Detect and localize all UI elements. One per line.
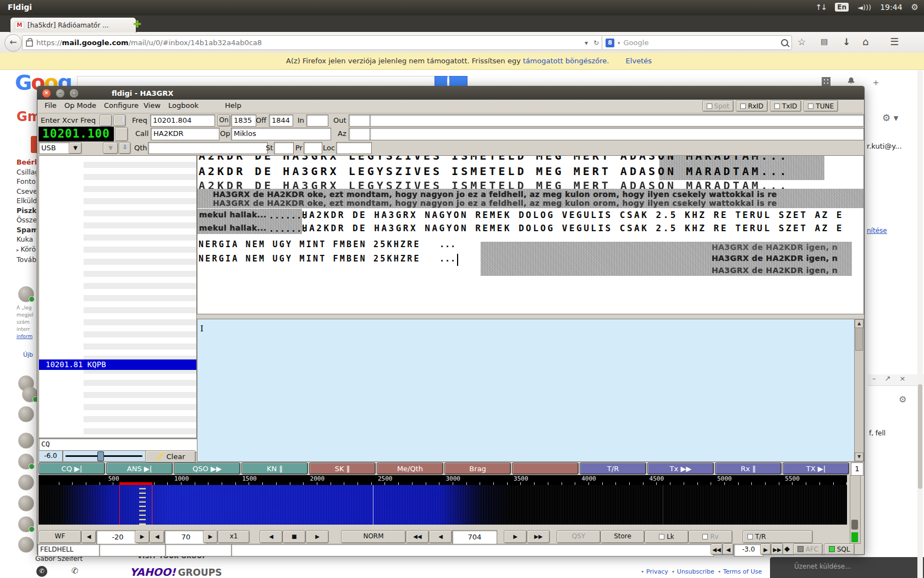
rst-out-field[interactable] (349, 114, 372, 127)
az-field[interactable] (349, 128, 372, 140)
reverse-button[interactable]: Rv (689, 530, 733, 543)
op-field[interactable]: Miklos (231, 128, 331, 140)
window-minimize-button[interactable]: – (56, 89, 65, 98)
toggle-button[interactable]: TUNE (804, 100, 838, 112)
footer-link[interactable]: Terms of Use (718, 568, 762, 575)
avatar[interactable] (18, 516, 34, 532)
notifications-bell-icon[interactable]: 🔔︎ (847, 76, 855, 86)
compose-button-sliver[interactable] (31, 136, 37, 153)
avatar[interactable] (18, 454, 34, 470)
cursor-freq-value[interactable]: 704 (452, 530, 497, 546)
call-icon[interactable]: ✆ (36, 566, 47, 577)
scroll-down-icon[interactable]: ▼ (855, 452, 864, 461)
menu-opmode[interactable]: Op Mode (64, 101, 96, 110)
browser-tab[interactable]: M [ha5kdr] Rádióamatőr ... (10, 17, 136, 32)
center-button[interactable]: ■ (283, 530, 306, 543)
footer-link[interactable]: Unsubscribe (672, 568, 714, 575)
minimize-icon[interactable]: – (872, 374, 876, 385)
sidebar-label[interactable]: Körök (16, 244, 36, 255)
slider-handle[interactable] (851, 520, 858, 530)
clear-channels-button[interactable]: Clear (145, 450, 196, 463)
tx-scrollbar[interactable]: ▲ ▼ (854, 319, 864, 462)
wf-mode-button[interactable]: WF (38, 530, 81, 543)
phone-icon[interactable]: ✆ (72, 566, 79, 576)
avatar[interactable] (18, 406, 34, 422)
ampl-value[interactable]: -20 (96, 530, 139, 546)
url-dropdown-icon[interactable]: ▾ (585, 39, 588, 47)
toggle-button[interactable]: RxID (736, 100, 768, 112)
sidebar-label[interactable]: Csillag (16, 167, 36, 177)
new-tab-button[interactable]: ✚ (133, 20, 141, 29)
macro-button[interactable]: KN ‖ (241, 462, 308, 475)
scroll-up-icon[interactable]: ▲ (855, 319, 864, 328)
wf-speed-button[interactable]: NORM (341, 530, 406, 543)
menu-help[interactable]: Help (225, 101, 241, 110)
macro-button[interactable]: T/R (580, 462, 646, 475)
sql-button[interactable]: SQL (824, 543, 855, 555)
window-close-button[interactable]: ✕ (42, 89, 51, 98)
zoom-button[interactable]: x1 (218, 530, 250, 543)
macro-button[interactable]: Brag (444, 462, 511, 475)
macro-button[interactable]: Tx ▶▶ (647, 462, 714, 475)
clear-qso-button[interactable] (115, 127, 128, 141)
bookmark-star-icon[interactable]: ☆ (798, 36, 806, 47)
afc-step-up-fast-button[interactable]: ▶▶ (771, 543, 783, 555)
fldigi-titlebar[interactable]: ✕ – ▢ fldigi - HA3GRX (37, 86, 864, 100)
macro-button[interactable]: TX ▶| (783, 462, 849, 475)
mode-select[interactable]: USB (38, 142, 72, 154)
avatar[interactable] (18, 537, 34, 553)
macro-button[interactable]: ANS ▶| (106, 462, 173, 475)
macro-bank-button[interactable]: 1 (851, 462, 864, 476)
toggle-button[interactable]: TxID (770, 100, 801, 112)
gmail-settings-gear-icon[interactable]: ⚙ ▾ (882, 112, 898, 123)
back-button[interactable]: ← (4, 34, 22, 52)
search-box[interactable]: 8 ▾ Google (602, 35, 792, 50)
range-down-button[interactable]: ◀ (150, 530, 164, 543)
supported-browser-link[interactable]: támogatott böngészőre. (523, 57, 609, 65)
engine-dropdown-icon[interactable]: ▾ (618, 40, 620, 46)
afc-button[interactable]: AFC (793, 543, 823, 555)
scroll-right-button[interactable]: ▶ (306, 530, 329, 543)
waterfall-slider[interactable] (850, 475, 861, 544)
share-plus-icon[interactable]: ＋ (871, 76, 881, 89)
freq-down-button[interactable]: ◀ (429, 530, 452, 543)
downloads-icon[interactable]: ↓ (843, 36, 850, 47)
sidebar-label[interactable]: Beérk (16, 157, 36, 167)
freq-field[interactable]: 10201.804 (150, 114, 215, 127)
qth-field[interactable] (148, 142, 268, 154)
sidebar-label[interactable]: Össze (16, 215, 36, 225)
show-link-fragment[interactable]: nítése (867, 227, 887, 235)
map-lookup-button[interactable] (113, 114, 126, 127)
top-right-field-1[interactable] (370, 114, 864, 127)
volume-icon[interactable]: ◄))) (857, 3, 871, 12)
pr-field[interactable] (304, 142, 322, 154)
freq-down-fast-button[interactable]: ◀◀ (406, 530, 429, 543)
freq-up-button[interactable]: ▶ (504, 530, 527, 543)
scroll-left-button[interactable]: ◀ (260, 530, 283, 543)
menu-logbook[interactable]: Logbook (168, 101, 199, 110)
macro-button[interactable] (512, 462, 579, 475)
rx-text-pane[interactable]: A2KDR DE HA3GRX LEGYSZIVES ISMETELD MEG … (197, 155, 864, 314)
scrollbar-thumb[interactable] (918, 384, 922, 489)
macro-button[interactable]: Me/Qth (377, 462, 443, 475)
dismiss-link[interactable]: Elvetés (626, 57, 652, 65)
mode-dropdown-button[interactable]: ▼ (69, 142, 82, 154)
sidebar-label[interactable]: Fonto (16, 177, 36, 187)
home-icon[interactable]: ⌂ (862, 36, 868, 47)
avatar[interactable] (18, 286, 34, 302)
ampl-up-button[interactable]: ▶ (135, 530, 150, 543)
search-icon[interactable] (781, 39, 788, 46)
macro-button[interactable]: CQ ▶| (38, 462, 105, 475)
session-gear-icon[interactable]: ⚙ (911, 2, 919, 12)
top-right-field-2[interactable] (370, 128, 864, 140)
lock-button[interactable]: Lk (645, 530, 689, 543)
loc-field[interactable] (336, 142, 372, 154)
sidebar-label[interactable]: Elküld (16, 196, 36, 206)
qsy-button[interactable]: QSY (557, 530, 601, 543)
macro-button[interactable]: Rx ‖ (715, 462, 782, 475)
avatar[interactable] (18, 475, 34, 490)
chat-gear-icon[interactable]: ⚙ (899, 394, 906, 405)
off-time-field[interactable]: 1844 (269, 114, 293, 127)
rst-in-field[interactable] (306, 114, 328, 127)
browser-scrollbar[interactable] (917, 70, 923, 578)
